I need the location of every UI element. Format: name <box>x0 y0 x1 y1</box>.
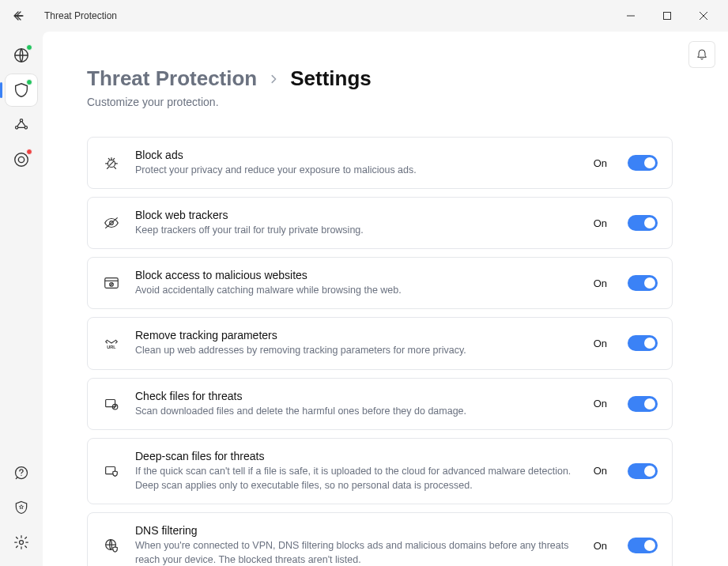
setting-text: Block ads Protect your privacy and reduc… <box>135 149 579 177</box>
shield-star-icon <box>13 500 29 515</box>
svg-point-8 <box>21 475 21 476</box>
sidebar-spacer <box>0 177 43 455</box>
toggle-block-ads[interactable] <box>628 155 658 171</box>
setting-card-deep-scan: Deep-scan files for threats If the quick… <box>87 438 673 504</box>
content-area: Threat Protection Settings Customize you… <box>43 32 728 566</box>
setting-text: Deep-scan files for threats If the quick… <box>135 450 579 492</box>
file-shield-icon <box>102 462 121 480</box>
setting-title: Block access to malicious websites <box>135 269 579 281</box>
svg-point-3 <box>16 126 18 129</box>
close-icon <box>700 12 707 20</box>
breadcrumb-parent[interactable]: Threat Protection <box>87 66 257 91</box>
setting-desc: Avoid accidentally catching malware whil… <box>135 283 579 297</box>
toggle-block-malicious-sites[interactable] <box>628 275 658 291</box>
toggle-state-label: On <box>594 217 607 229</box>
status-indicator <box>26 79 32 85</box>
help-icon <box>13 465 29 481</box>
svg-point-6 <box>18 157 24 162</box>
breadcrumb-current: Settings <box>290 66 372 91</box>
file-scan-icon <box>102 395 121 413</box>
setting-desc: Scan downloaded files and delete the har… <box>135 404 579 418</box>
svg-rect-0 <box>664 13 671 20</box>
sidebar-item-help[interactable] <box>6 457 37 489</box>
setting-desc: Protect your privacy and reduce your exp… <box>135 163 579 177</box>
toggle-block-trackers[interactable] <box>628 215 658 231</box>
maximize-icon <box>663 12 671 20</box>
notifications-button[interactable] <box>688 41 715 68</box>
sidebar-item-settings[interactable] <box>6 526 37 558</box>
main-wrap: Threat Protection Settings Customize you… <box>0 32 728 566</box>
setting-card-block-malicious-sites: Block access to malicious websites Avoid… <box>87 257 673 309</box>
breadcrumb: Threat Protection Settings <box>87 66 673 91</box>
arrow-left-icon <box>13 9 25 22</box>
svg-rect-15 <box>106 399 115 406</box>
setting-desc: Clean up web addresses by removing track… <box>135 343 579 357</box>
setting-card-block-trackers: Block web trackers Keep trackers off you… <box>87 197 673 249</box>
toggle-state-label: On <box>594 398 607 409</box>
setting-text: Block access to malicious websites Avoid… <box>135 269 579 297</box>
status-indicator <box>26 44 32 51</box>
setting-text: Block web trackers Keep trackers off you… <box>135 209 579 237</box>
sidebar-item-refer[interactable] <box>6 492 37 523</box>
svg-point-5 <box>15 153 28 167</box>
setting-text: DNS filtering When you're connected to V… <box>135 524 579 566</box>
setting-desc: Keep trackers off your trail for truly p… <box>135 223 579 237</box>
toggle-state-label: On <box>594 157 607 169</box>
toggle-dns-filtering[interactable] <box>628 538 658 553</box>
setting-desc: When you're connected to VPN, DNS filter… <box>135 538 579 566</box>
sidebar-item-meshnet[interactable] <box>6 109 37 141</box>
toggle-check-files[interactable] <box>628 396 658 412</box>
toggle-remove-tracking-params[interactable] <box>628 335 658 351</box>
setting-text: Remove tracking parameters Clean up web … <box>135 329 579 357</box>
setting-card-check-files: Check files for threats Scan downloaded … <box>87 378 673 430</box>
bug-block-icon <box>102 154 121 172</box>
globe-shield-icon <box>102 537 121 554</box>
titlebar: Threat Protection <box>0 0 728 32</box>
setting-title: Block ads <box>135 149 579 161</box>
setting-title: Check files for threats <box>135 390 579 402</box>
toggle-state-label: On <box>594 338 607 349</box>
setting-title: Block web trackers <box>135 209 579 221</box>
window-title: Threat Protection <box>44 10 609 21</box>
toggle-state-label: On <box>594 540 607 552</box>
window-controls <box>613 3 722 28</box>
minimize-button[interactable] <box>613 3 649 28</box>
minimize-icon <box>627 12 635 20</box>
sidebar-item-darkweb[interactable] <box>6 144 37 175</box>
chevron-right-icon <box>268 74 279 85</box>
toggle-state-label: On <box>594 277 607 289</box>
bell-icon <box>696 48 708 61</box>
setting-desc: If the quick scan can't tell if a file i… <box>135 464 579 492</box>
setting-text: Check files for threats Scan downloaded … <box>135 390 579 418</box>
toggle-deep-scan[interactable] <box>628 463 658 479</box>
setting-title: DNS filtering <box>135 524 579 537</box>
svg-point-9 <box>20 541 24 545</box>
setting-title: Deep-scan files for threats <box>135 450 579 462</box>
eye-off-icon <box>102 214 121 232</box>
sidebar <box>0 32 43 566</box>
mesh-icon <box>13 117 29 133</box>
setting-card-remove-tracking-params: URL Remove tracking parameters Clean up … <box>87 317 673 369</box>
setting-card-block-ads: Block ads Protect your privacy and reduc… <box>87 137 673 189</box>
toggle-state-label: On <box>594 465 607 477</box>
page-subtitle: Customize your protection. <box>87 96 673 108</box>
close-button[interactable] <box>685 3 722 28</box>
browser-block-icon <box>102 274 121 292</box>
setting-title: Remove tracking parameters <box>135 329 579 341</box>
back-button[interactable] <box>6 3 32 28</box>
url-clean-icon: URL <box>102 334 121 352</box>
sidebar-item-vpn[interactable] <box>6 40 37 71</box>
maximize-button[interactable] <box>649 3 685 28</box>
setting-card-dns-filtering: DNS filtering When you're connected to V… <box>87 512 673 566</box>
sidebar-item-threat-protection[interactable] <box>6 74 37 106</box>
status-indicator <box>26 149 32 155</box>
svg-point-2 <box>20 119 22 122</box>
svg-point-4 <box>25 126 27 129</box>
gear-icon <box>13 534 29 550</box>
svg-text:URL: URL <box>107 345 116 350</box>
